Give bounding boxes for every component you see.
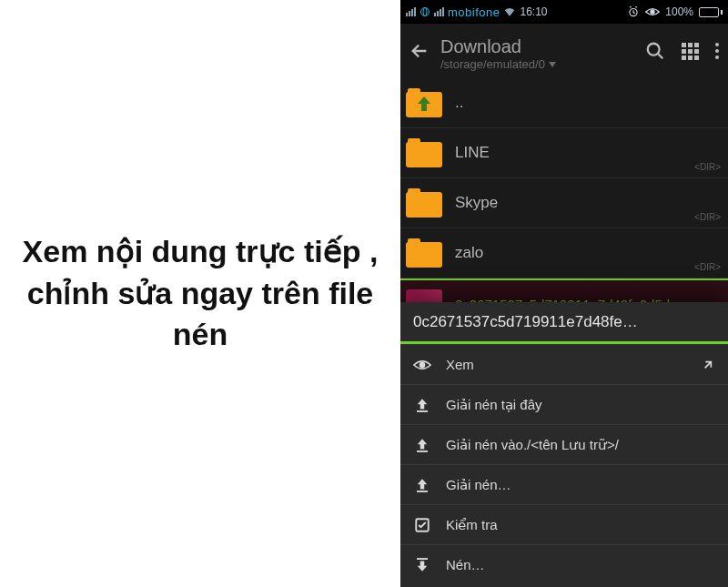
status-bar: mobifone 16:10 100% [400,0,728,24]
signal-icon [406,7,416,16]
signal-icon-2 [434,7,444,16]
dir-tag: <DIR> [694,262,721,272]
battery-pct: 100% [665,5,693,18]
folder-up-icon [406,88,442,117]
extract-icon [413,397,431,413]
menu-label: Kiểm tra [446,517,715,533]
svg-rect-10 [417,558,428,560]
view-grid-button[interactable] [682,43,699,60]
promo-caption: Xem nội dung trực tiếp , chỉnh sửa ngay … [18,231,382,357]
alarm-icon [627,5,640,18]
folder-icon [406,238,442,268]
compress-icon [413,557,431,573]
carrier-label: mobifone [448,5,500,19]
back-button[interactable] [410,41,430,61]
svg-rect-6 [417,410,428,412]
extract-icon [413,477,431,493]
context-menu-sheet: 0c2671537c5d719911e7d48fe… Xem Giải nén … [400,302,728,587]
svg-point-4 [648,44,660,56]
svg-point-5 [420,362,425,367]
file-name: Skype [455,194,719,212]
chevron-down-icon [549,62,556,67]
open-external-icon [701,358,715,372]
header-title: Download [440,35,634,57]
file-row[interactable]: Skype <DIR> [400,178,728,228]
menu-item-compress[interactable]: Nén… [400,544,728,584]
menu-item-extract-here[interactable]: Giải nén tại đây [400,384,728,424]
file-list: .. LINE <DIR> Skype <DIR> zalo <DIR> 0c2… [400,78,728,329]
sheet-title: 0c2671537c5d719911e7d48fe… [400,302,728,344]
file-row[interactable]: zalo <DIR> [400,228,728,278]
dir-tag: <DIR> [694,162,721,172]
header-title-area[interactable]: Download /storage/emulated/0 [440,30,634,72]
sim-icon [420,6,430,17]
eye-status-icon [645,6,660,17]
header-path: /storage/emulated/0 [440,57,634,72]
phone-screen: mobifone 16:10 100% Download [400,0,728,587]
svg-rect-7 [417,450,428,452]
file-name: .. [455,94,719,112]
menu-label: Giải nén tại đây [446,397,715,413]
menu-item-extract[interactable]: Giải nén… [400,464,728,504]
svg-point-3 [651,10,654,14]
svg-point-1 [423,8,427,16]
time-label: 16:10 [520,5,547,18]
folder-icon [406,188,442,218]
menu-label: Xem [446,357,686,372]
menu-label: Giải nén vào./<tên Lưu trữ>/ [446,437,715,453]
menu-item-extract-to[interactable]: Giải nén vào./<tên Lưu trữ>/ [400,424,728,464]
svg-rect-8 [417,491,428,492]
search-button[interactable] [645,41,665,61]
menu-label: Nén… [446,557,715,572]
battery-icon [699,7,723,17]
check-icon [413,517,431,533]
eye-icon [413,359,431,371]
dir-tag: <DIR> [694,212,721,222]
menu-label: Giải nén… [446,477,715,493]
file-name: LINE [455,144,719,162]
menu-item-view[interactable]: Xem [400,344,728,384]
file-row-up[interactable]: .. [400,78,728,128]
file-row[interactable]: LINE <DIR> [400,128,728,178]
folder-icon [406,138,442,167]
more-button[interactable] [715,43,719,59]
file-name: zalo [455,244,719,262]
app-header: Download /storage/emulated/0 [400,24,728,78]
menu-item-test[interactable]: Kiểm tra [400,504,728,544]
svg-point-0 [421,8,430,16]
extract-icon [413,437,431,453]
wifi-icon [503,6,516,17]
